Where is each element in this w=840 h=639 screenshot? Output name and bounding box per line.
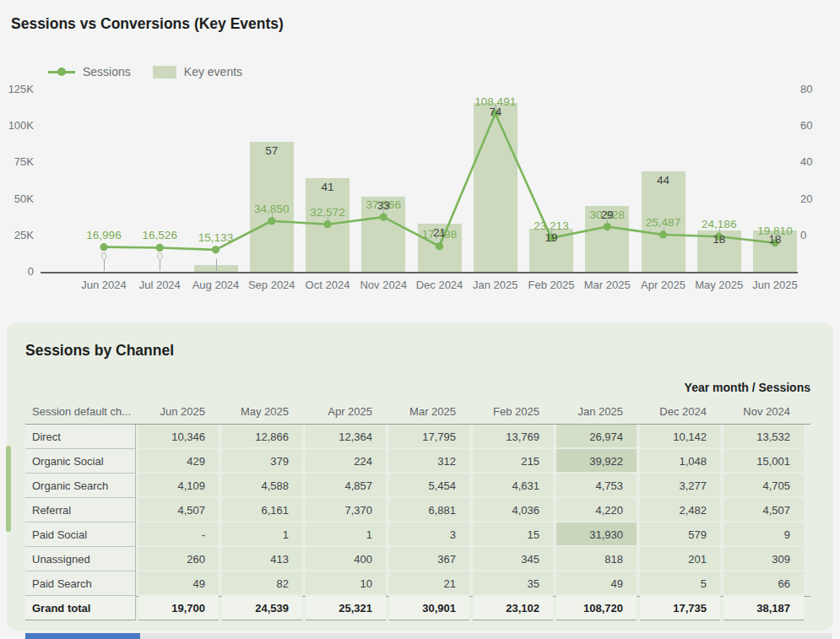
- grand-total-cell: 19,700: [138, 596, 219, 620]
- key-events-value-label: 21: [415, 226, 465, 239]
- table-cell[interactable]: 379: [222, 449, 302, 474]
- table-cell[interactable]: 21: [389, 571, 469, 596]
- table-cell[interactable]: 4,036: [473, 498, 553, 523]
- table-cell[interactable]: 400: [306, 547, 386, 571]
- table-cell[interactable]: 4,631: [473, 474, 553, 498]
- table-row: Unassigned260413400367345818201309: [7, 547, 833, 571]
- column-header-dimension[interactable]: Session default ch...: [32, 402, 136, 424]
- table-cell[interactable]: 201: [640, 547, 720, 571]
- legend-item-sessions[interactable]: Sessions: [83, 65, 131, 79]
- table-cell[interactable]: 4,109: [138, 474, 219, 498]
- table-cell[interactable]: 2,482: [640, 498, 720, 523]
- table-scroll-indicator[interactable]: [6, 446, 11, 532]
- table-cell[interactable]: 4,588: [222, 474, 302, 498]
- row-label-direct[interactable]: Direct: [25, 425, 136, 449]
- table-cell[interactable]: 17,795: [389, 425, 469, 449]
- table-cell[interactable]: 1,048: [640, 449, 720, 474]
- table-cell[interactable]: 4,705: [723, 474, 804, 498]
- right-axis-tick-label: 40: [800, 155, 829, 169]
- table-cell[interactable]: 312: [389, 449, 469, 474]
- key-events-value-label: 29: [582, 208, 632, 221]
- table-cell[interactable]: 215: [473, 449, 553, 474]
- table-cell[interactable]: 26,974: [556, 425, 637, 449]
- column-header-month[interactable]: May 2025: [222, 402, 302, 424]
- label-leader-tick: [216, 259, 217, 271]
- table-row: Referral4,5076,1617,3706,8814,0364,2202,…: [7, 498, 833, 523]
- right-axis-tick-label: 20: [800, 192, 829, 206]
- sessions-line-icon: [48, 71, 75, 73]
- table-cell[interactable]: 39,922: [556, 449, 637, 474]
- grand-total-cell: 108,720: [556, 596, 637, 620]
- table-cell[interactable]: 818: [556, 547, 637, 571]
- table-cell[interactable]: 429: [138, 449, 219, 474]
- key-events-value-label: 44: [638, 174, 689, 187]
- table-cell[interactable]: 31,930: [556, 523, 637, 547]
- row-label-paid-social[interactable]: Paid Social: [25, 523, 136, 547]
- grand-total-row: Grand total19,70024,53925,32130,90123,10…: [7, 596, 833, 620]
- key-events-value-label: 18: [694, 233, 745, 246]
- column-header-month[interactable]: Mar 2025: [389, 402, 469, 424]
- table-cell[interactable]: 3: [389, 523, 469, 547]
- table-cell[interactable]: 66: [723, 571, 804, 596]
- column-header-month[interactable]: Nov 2024: [723, 402, 804, 424]
- table-cell[interactable]: 1: [222, 523, 302, 547]
- table-cell[interactable]: 6,881: [389, 498, 469, 523]
- grand-total-cell: 38,187: [723, 596, 804, 620]
- row-label-referral[interactable]: Referral: [25, 498, 136, 523]
- table-cell[interactable]: 4,857: [306, 474, 386, 498]
- right-axis-tick-label: 60: [800, 119, 829, 133]
- table-cell[interactable]: 367: [389, 547, 469, 571]
- table-cell[interactable]: 413: [222, 547, 302, 571]
- table-cell[interactable]: 5,454: [389, 474, 469, 498]
- table-cell[interactable]: 9: [723, 523, 804, 547]
- left-axis-tick-label: 50K: [0, 192, 34, 206]
- table-cell[interactable]: 12,866: [222, 425, 302, 449]
- row-label-paid-search[interactable]: Paid Search: [25, 571, 136, 596]
- column-header-month[interactable]: Jan 2025: [556, 402, 637, 424]
- row-label-organic-social[interactable]: Organic Social: [25, 449, 136, 474]
- table-cell[interactable]: 13,532: [723, 425, 804, 449]
- table-cell[interactable]: 10,142: [640, 425, 720, 449]
- table-cell[interactable]: 49: [556, 571, 637, 596]
- key-events-bar[interactable]: [474, 103, 518, 272]
- table-cell[interactable]: -: [138, 523, 219, 547]
- column-header-month[interactable]: Feb 2025: [473, 402, 553, 424]
- grand-total-cell: 25,321: [306, 596, 386, 620]
- table-cell[interactable]: 260: [138, 547, 219, 571]
- table-cell[interactable]: 4,220: [556, 498, 637, 523]
- table-cell[interactable]: 3,277: [640, 474, 720, 498]
- table-cell[interactable]: 6,161: [222, 498, 302, 523]
- chart-title: Sessions vs Conversions (Key Events): [11, 15, 284, 33]
- table-row: Organic Social42937922431221539,9221,048…: [7, 449, 833, 474]
- table-cell[interactable]: 5: [640, 571, 720, 596]
- x-axis-category-label: Jun 2025: [740, 279, 810, 291]
- sessions-data-point[interactable]: [212, 246, 219, 253]
- table-cell[interactable]: 12,364: [306, 425, 386, 449]
- sessions-value-label: 16,526: [127, 229, 192, 241]
- table-cell[interactable]: 4,507: [138, 498, 219, 523]
- table-cell[interactable]: 13,769: [473, 425, 553, 449]
- table-cell[interactable]: 224: [306, 449, 386, 474]
- row-label-unassigned[interactable]: Unassigned: [25, 547, 136, 571]
- key-events-value-label: 74: [470, 106, 521, 118]
- table-cell[interactable]: 35: [473, 571, 553, 596]
- table-cell[interactable]: 15,001: [723, 449, 804, 474]
- table-cell[interactable]: 10: [306, 571, 386, 596]
- table-cell[interactable]: 15: [473, 523, 553, 547]
- table-cell[interactable]: 1: [306, 523, 386, 547]
- table-cell[interactable]: 10,346: [138, 425, 219, 449]
- table-cell[interactable]: 49: [138, 571, 219, 596]
- table-cell[interactable]: 7,370: [306, 498, 386, 523]
- table-cell[interactable]: 309: [723, 547, 804, 571]
- column-header-month[interactable]: Apr 2025: [306, 402, 386, 424]
- table-cell[interactable]: 4,507: [723, 498, 804, 523]
- table-cell[interactable]: 82: [222, 571, 302, 596]
- grand-total-cell: 23,102: [473, 596, 553, 620]
- table-cell[interactable]: 4,753: [556, 474, 637, 498]
- table-cell[interactable]: 345: [473, 547, 553, 571]
- column-header-month[interactable]: Dec 2024: [640, 402, 720, 424]
- table-cell[interactable]: 579: [640, 523, 720, 547]
- column-header-month[interactable]: Jun 2025: [138, 402, 219, 424]
- legend-item-key-events[interactable]: Key events: [184, 65, 242, 79]
- row-label-organic-search[interactable]: Organic Search: [25, 474, 136, 498]
